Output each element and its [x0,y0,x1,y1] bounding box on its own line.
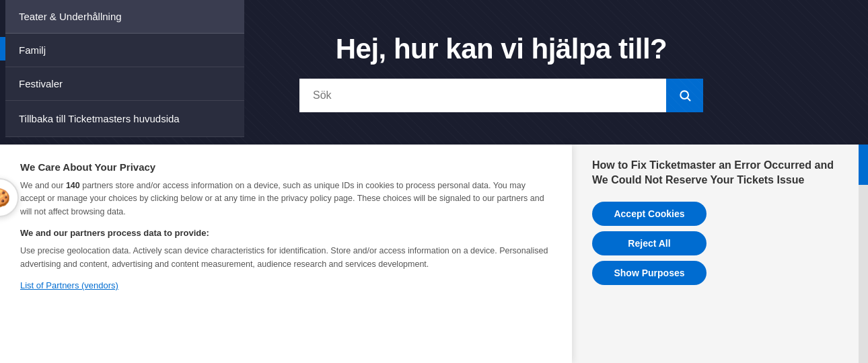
privacy-panel: 🍪 We Care About Your Privacy We and our … [0,145,572,363]
svg-line-1 [687,97,690,100]
accept-cookies-button[interactable]: Accept Cookies [592,202,707,226]
nav-item-familj[interactable]: Familj [5,34,244,67]
nav-item-back[interactable]: Tillbaka till Ticketmasters huvudsida [5,101,244,137]
show-purposes-button[interactable]: Show Purposes [592,261,707,285]
left-bar [0,0,5,145]
search-input[interactable] [299,79,666,112]
blue-accent [0,37,5,61]
nav-item-theater[interactable]: Teater & Underhållning [5,0,244,34]
hero-section: Teater & Underhållning Familj Festivaler… [0,0,868,145]
hero-content: Hej, hur kan vi hjälpa till? [299,33,703,112]
cookie-buttons-container: Accept Cookies Reject All Show Purposes [592,202,848,285]
privacy-title: We Care About Your Privacy [20,161,552,173]
article-section: How to Fix Ticketmaster an Error Occurre… [572,145,868,363]
search-bar [299,79,703,112]
reject-all-button[interactable]: Reject All [592,231,707,255]
partners-count: 140 [66,181,80,190]
list-of-partners-link[interactable]: List of Partners (vendors) [20,280,118,290]
search-icon [678,89,692,102]
scrollbar-thumb [859,145,868,185]
search-button[interactable] [666,79,703,112]
article-title: How to Fix Ticketmaster an Error Occurre… [592,158,848,188]
nav-item-festivaler[interactable]: Festivaler [5,67,244,101]
partners-detail: Use precise geolocation data. Actively s… [20,245,552,271]
svg-point-0 [680,91,688,99]
hero-title: Hej, hur kan vi hjälpa till? [336,33,667,65]
scrollbar[interactable] [859,145,868,363]
privacy-intro: We and our 140 partners store and/or acc… [20,179,552,218]
bottom-section: 🍪 We Care About Your Privacy We and our … [0,145,868,363]
cookie-icon: 🍪 [0,178,19,217]
navigation-dropdown: Teater & Underhållning Familj Festivaler… [5,0,244,137]
partners-subtitle: We and our partners process data to prov… [20,228,552,238]
